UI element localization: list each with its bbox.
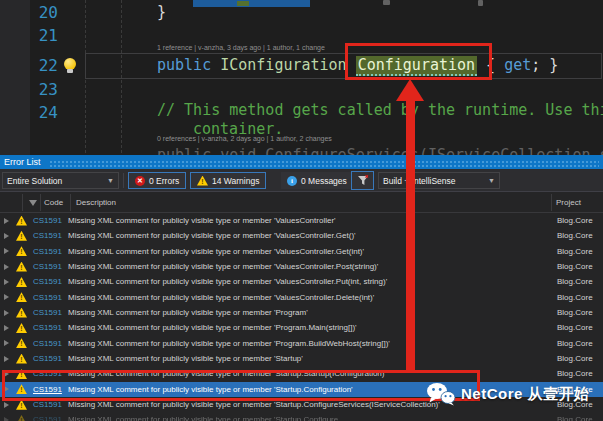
error-code[interactable]: CS1591 xyxy=(33,400,62,409)
warning-icon: ! xyxy=(16,354,27,364)
title-bar-grip xyxy=(49,160,599,168)
table-row[interactable]: !CS1591Missing XML comment for publicly … xyxy=(0,412,603,421)
chevron-right-icon[interactable] xyxy=(4,417,9,421)
error-project: Blog.Core xyxy=(557,262,593,271)
scope-dropdown[interactable]: Entire Solution ▼ xyxy=(2,172,119,189)
type-iconfiguration: IConfiguration xyxy=(220,56,355,74)
watermark: NetCore 从壹开始 xyxy=(426,382,590,406)
annotation-arrow-head xyxy=(396,79,424,101)
chevron-right-icon[interactable] xyxy=(4,233,9,239)
code-editor[interactable]: 20 21 22 23 24 } 1 reference | v-anzha, … xyxy=(0,0,603,155)
table-row[interactable]: !CS1591Missing XML comment for publicly … xyxy=(0,274,603,289)
error-code[interactable]: CS1591 xyxy=(33,293,62,302)
table-row[interactable]: !CS1591Missing XML comment for publicly … xyxy=(0,320,603,335)
error-description: Missing XML comment for publicly visible… xyxy=(68,339,390,348)
error-project: Blog.Core xyxy=(557,231,593,240)
error-project: Blog.Core xyxy=(557,247,593,256)
errors-filter-label: 0 Errors xyxy=(149,176,179,186)
vs-ide-screenshot: 20 21 22 23 24 } 1 reference | v-anzha, … xyxy=(0,0,603,421)
error-code[interactable]: CS1591 xyxy=(33,277,62,286)
error-code[interactable]: CS1591 xyxy=(33,354,62,363)
table-row[interactable]: !CS1591Missing XML comment for publicly … xyxy=(0,244,603,259)
table-row[interactable]: !CS1591Missing XML comment for publicly … xyxy=(0,351,603,366)
warnings-filter-button[interactable]: ! 14 Warnings xyxy=(190,172,266,189)
editor-glyph-margin xyxy=(0,0,30,155)
error-code[interactable]: CS1591 xyxy=(33,231,62,240)
annotation-rect-row xyxy=(2,370,480,401)
error-code[interactable]: CS1591 xyxy=(33,262,62,271)
column-separator xyxy=(40,194,41,211)
warning-icon: ! xyxy=(197,176,208,186)
chevron-right-icon[interactable] xyxy=(4,402,9,408)
scope-dropdown-value: Entire Solution xyxy=(7,176,62,186)
error-code[interactable]: CS1591 xyxy=(33,415,62,421)
line-number: 20 xyxy=(28,3,58,22)
error-code[interactable]: CS1591 xyxy=(33,323,62,332)
error-project: Blog.Core xyxy=(557,369,593,378)
chevron-right-icon[interactable] xyxy=(4,310,9,316)
codelens-info[interactable]: 1 reference | v-anzha, 3 days ago | 1 au… xyxy=(157,44,325,51)
table-row[interactable]: !CS1591Missing XML comment for publicly … xyxy=(0,228,603,243)
table-row[interactable]: !CS1591Missing XML comment for publicly … xyxy=(0,336,603,351)
table-row[interactable]: !CS1591Missing XML comment for publicly … xyxy=(0,290,603,305)
warning-icon: ! xyxy=(16,216,27,226)
error-code[interactable]: CS1591 xyxy=(33,216,62,225)
chevron-down-icon: ▼ xyxy=(107,177,114,184)
error-code[interactable]: CS1591 xyxy=(33,339,62,348)
table-row[interactable]: !CS1591Missing XML comment for publicly … xyxy=(0,213,603,228)
error-description: Missing XML comment for publicly visible… xyxy=(68,231,356,240)
error-project: Blog.Core xyxy=(557,216,593,225)
glyph-fragment xyxy=(478,0,483,6)
warnings-filter-label: 14 Warnings xyxy=(212,176,259,186)
highlight-fragment xyxy=(237,1,249,6)
error-code[interactable]: CS1591 xyxy=(33,247,62,256)
warning-icon: ! xyxy=(16,338,27,348)
panel-title: Error List xyxy=(4,157,41,167)
line-number: 21 xyxy=(28,26,58,45)
table-row[interactable]: !CS1591Missing XML comment for publicly … xyxy=(0,305,603,320)
column-header-description[interactable]: Description xyxy=(76,198,116,207)
chevron-right-icon[interactable] xyxy=(4,279,9,285)
source-dropdown-value: Build + IntelliSense xyxy=(383,176,456,186)
chevron-right-icon[interactable] xyxy=(4,248,9,254)
glyph-fragment xyxy=(383,0,390,5)
code-line-partial: public void ConfigureServices(IServiceCo… xyxy=(157,146,603,155)
error-icon: ✕ xyxy=(135,176,145,186)
chevron-right-icon[interactable] xyxy=(4,340,9,346)
warning-icon: ! xyxy=(16,323,27,333)
column-separator xyxy=(70,194,71,211)
error-list-toolbar: Entire Solution ▼ ✕ 0 Errors ! 14 Warnin… xyxy=(0,169,603,192)
chevron-right-icon[interactable] xyxy=(4,356,9,362)
error-code[interactable]: CS1591 xyxy=(33,308,62,317)
table-row[interactable]: !CS1591Missing XML comment for publicly … xyxy=(0,259,603,274)
text-selection-fragment xyxy=(193,0,310,7)
error-description: Missing XML comment for publicly visible… xyxy=(68,247,364,256)
annotation-arrow-shaft xyxy=(406,99,415,372)
error-list-column-headers: Code Description Project xyxy=(0,192,603,213)
error-description: Missing XML comment for publicly visible… xyxy=(68,308,308,317)
chevron-right-icon[interactable] xyxy=(4,218,9,224)
chevron-right-icon[interactable] xyxy=(4,264,9,270)
error-description: Missing XML comment for publicly visible… xyxy=(68,354,303,363)
line-number: 22 xyxy=(28,56,58,75)
error-project: Blog.Core xyxy=(557,323,593,332)
error-description: Missing XML comment for publicly visible… xyxy=(68,262,378,271)
messages-filter-button[interactable]: i 0 Messages xyxy=(281,172,353,189)
filter-button[interactable] xyxy=(351,171,374,190)
lightbulb-icon[interactable] xyxy=(64,58,76,74)
errors-filter-button[interactable]: ✕ 0 Errors xyxy=(128,172,186,189)
line-number: 23 xyxy=(28,80,58,99)
column-header-code[interactable]: Code xyxy=(44,198,63,207)
error-project: Blog.Core xyxy=(557,293,593,302)
watermark-text: NetCore 从壹开始 xyxy=(461,385,590,404)
chevron-right-icon[interactable] xyxy=(4,325,9,331)
error-list-title-bar[interactable]: Error List xyxy=(0,155,603,169)
column-separator xyxy=(551,194,552,211)
error-project: Blog.Core xyxy=(557,308,593,317)
codelens-info[interactable]: 0 references | v-anzha, 2 days ago | 1 a… xyxy=(157,135,332,142)
chevron-right-icon[interactable] xyxy=(4,294,9,300)
source-dropdown[interactable]: Build + IntelliSense ▼ xyxy=(378,172,500,189)
column-header-project[interactable]: Project xyxy=(556,198,581,207)
severity-sort-icon[interactable] xyxy=(29,200,37,206)
error-description: Missing XML comment for publicly visible… xyxy=(68,216,336,225)
